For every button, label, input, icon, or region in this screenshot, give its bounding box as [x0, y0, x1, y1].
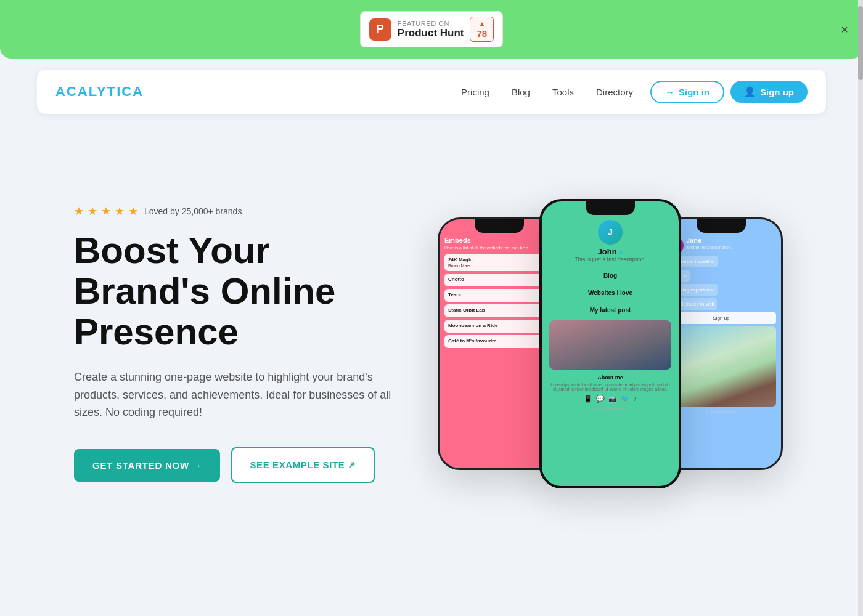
hero-section: ★ ★ ★ ★ ★ Loved by 25,000+ brands Boost … [0, 125, 863, 556]
embed-card-1-title: 24K Magic [448, 257, 550, 262]
navbar-container: ACALYTICA Pricing Blog Tools Directory →… [37, 70, 826, 114]
see-example-button[interactable]: SEE EXAMPLE SITE ↗ [231, 447, 374, 483]
hero-title: Boost Your Brand's Online Presence [74, 230, 395, 352]
site-logo[interactable]: ACALYTICA [55, 84, 144, 100]
right-name: Jane [686, 237, 732, 244]
right-desc: another test description. [686, 245, 732, 249]
loved-text: Loved by 25,000+ brands [144, 206, 242, 216]
ph-featured-label: FEATURED ON [398, 20, 464, 27]
embed-card-3: Tears [444, 289, 554, 302]
center-social-icons: 📱 💬 📷 🐦 ♪ [549, 395, 671, 403]
get-started-button[interactable]: GET STARTED NOW → [74, 449, 220, 482]
embed-card-5-title: Moonbeam on a Ride [448, 323, 550, 328]
embed-card-1-sub: Bruno Mars [448, 264, 550, 268]
signin-icon: → [665, 87, 674, 97]
hero-description: Create a stunning one-page website to hi… [74, 368, 395, 421]
navbar: ACALYTICA Pricing Blog Tools Directory →… [55, 70, 808, 114]
signup-icon: 👤 [744, 86, 756, 97]
center-lorem: Lorem ipsum dolor sit amet, consectetur … [549, 383, 671, 391]
embed-card-4: Static Orbit Lab [444, 304, 554, 317]
product-hunt-banner: P FEATURED ON Product Hunt ▲ 78 × [0, 0, 863, 59]
right-btn-signup[interactable]: Sign up [666, 312, 776, 324]
nav-tools[interactable]: Tools [552, 87, 574, 97]
twitter-icon: 🐦 [621, 395, 629, 403]
messenger-icon: 💬 [596, 395, 605, 403]
signup-button[interactable]: 👤 Sign up [730, 81, 808, 103]
ph-product-hunt-label: Product Hunt [398, 27, 464, 39]
center-coffee-img [549, 320, 671, 370]
star-1: ★ [74, 205, 84, 218]
phone-left-notch [475, 219, 524, 233]
embed-card-4-title: Static Orbit Lab [448, 307, 550, 313]
center-btn-post[interactable]: My latest post [549, 303, 671, 317]
center-avatar: J [598, 220, 623, 245]
ph-count-value: 78 [476, 28, 487, 39]
instagram-icon: 📷 [608, 395, 617, 403]
star-2: ★ [88, 205, 97, 218]
embed-card-2-title: Chotto [448, 277, 550, 282]
center-watermark: ✦ by acalytica.com [549, 407, 671, 411]
center-desc: This is just a test description. [549, 256, 671, 262]
hero-content: ★ ★ ★ ★ ★ Loved by 25,000+ brands Boost … [74, 205, 395, 483]
ph-upvote-icon: ▲ [478, 20, 486, 28]
embed-card-6: Café to M's favourite [444, 335, 554, 348]
center-btn-blog[interactable]: Blog [549, 269, 671, 283]
center-profile: J John ● This is just a test description… [549, 220, 671, 262]
embed-card-1: 24K Magic Bruno Mars [444, 254, 554, 271]
ph-vote-count[interactable]: ▲ 78 [470, 17, 494, 42]
right-mountain-image [666, 326, 776, 407]
embeds-sub: Here is a list of all the embeds that ca… [444, 246, 554, 250]
star-3: ★ [101, 205, 111, 218]
hero-buttons: GET STARTED NOW → SEE EXAMPLE SITE ↗ [74, 447, 395, 483]
nav-pricing[interactable]: Pricing [461, 87, 489, 97]
hero-phones: Embeds Here is a list of all the embeds … [432, 177, 789, 510]
center-about: About me [549, 375, 671, 381]
right-watermark: ✦ by acalytica.com [666, 409, 776, 413]
hero-stars-row: ★ ★ ★ ★ ★ Loved by 25,000+ brands [74, 205, 395, 218]
star-4: ★ [115, 205, 125, 218]
embed-card-6-title: Café to M's favourite [448, 338, 550, 344]
center-image [549, 320, 671, 370]
star-5: ★ [128, 205, 138, 218]
phone-right-notch [697, 219, 746, 233]
signin-button[interactable]: → Sign in [650, 81, 724, 103]
phone-center-notch [586, 201, 635, 215]
scrollbar[interactable] [858, 0, 863, 616]
whatsapp-icon: 📱 [584, 395, 592, 403]
embed-card-5: Moonbeam on a Ride [444, 320, 554, 333]
embeds-title: Embeds [444, 237, 554, 244]
nav-blog[interactable]: Blog [512, 87, 530, 97]
nav-directory[interactable]: Directory [596, 87, 633, 97]
ph-badge[interactable]: P FEATURED ON Product Hunt ▲ 78 [360, 11, 503, 47]
nav-links: Pricing Blog Tools Directory [461, 87, 633, 97]
tiktok-icon: ♪ [633, 395, 637, 403]
embed-card-3-title: Tears [448, 292, 550, 298]
center-name: John ● [549, 247, 671, 256]
ph-text-block: FEATURED ON Product Hunt [398, 20, 464, 39]
embed-card-2: Chotto [444, 274, 554, 286]
phone-center: J John ● This is just a test description… [539, 199, 681, 488]
ph-logo-icon: P [369, 18, 391, 41]
scrollbar-thumb[interactable] [858, 6, 863, 80]
phone-center-content: J John ● This is just a test description… [542, 215, 679, 416]
banner-close-button[interactable]: × [841, 22, 848, 36]
center-btn-websites[interactable]: Websites I love [549, 286, 671, 300]
